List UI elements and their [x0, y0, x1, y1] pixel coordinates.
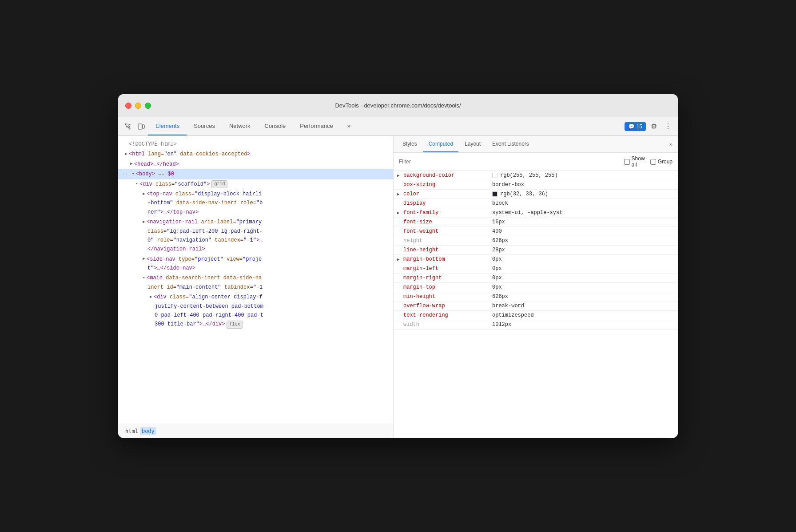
computed-prop-name: box-sizing	[403, 182, 492, 188]
group-checkbox[interactable]	[650, 159, 656, 165]
computed-prop-value: 1012px	[492, 322, 674, 328]
computed-row[interactable]: box-sizingborder-box	[394, 180, 678, 190]
tab-more[interactable]: »	[340, 117, 358, 135]
more-options-icon[interactable]: ⋮	[662, 120, 674, 133]
computed-row[interactable]: min-height626px	[394, 292, 678, 302]
group-label: Group	[658, 159, 673, 165]
show-all-checkbox[interactable]	[624, 159, 630, 165]
computed-row[interactable]: margin-top0px	[394, 283, 678, 292]
computed-prop-name: font-family	[403, 210, 492, 216]
computed-row[interactable]: width1012px	[394, 320, 678, 330]
panel-tab-more[interactable]: »	[668, 141, 674, 147]
computed-prop-value: 16px	[492, 219, 674, 225]
line-html[interactable]: <html lang="en" data-cookies-accepted>	[118, 149, 393, 159]
breadcrumb-body[interactable]: body	[140, 427, 156, 435]
tab-performance[interactable]: Performance	[293, 117, 340, 135]
toolbar-right: 💬 15 ⚙ ⋮	[625, 120, 674, 133]
inspect-icon[interactable]	[122, 120, 134, 133]
triangle-topnav[interactable]	[141, 191, 147, 198]
line-main[interactable]: <main data-search-inert data-side-na ine…	[118, 273, 393, 292]
line-sidenav[interactable]: <side-nav type="project" view="proje t">…	[118, 254, 393, 274]
triangle-div[interactable]	[148, 294, 154, 301]
line-navrail[interactable]: <navigation-rail aria-label="primary cla…	[118, 217, 393, 254]
badge-grid[interactable]: grid	[211, 180, 227, 188]
badge-flex[interactable]: flex	[227, 321, 243, 329]
computed-prop-name: overflow-wrap	[403, 303, 492, 309]
tab-sources[interactable]: Sources	[187, 117, 222, 135]
computed-prop-name: margin-bottom	[403, 256, 492, 262]
tab-styles[interactable]: Styles	[397, 136, 422, 152]
triangle-html[interactable]	[123, 151, 129, 158]
line-head[interactable]: <head>…</head>	[118, 159, 393, 169]
computed-row[interactable]: margin-left0px	[394, 264, 678, 274]
computed-prop-value: optimizespeed	[492, 312, 674, 318]
triangle-scaffold[interactable]	[134, 181, 139, 187]
line-doctype[interactable]: <!DOCTYPE html>	[118, 139, 393, 149]
tab-event-listeners[interactable]: Event Listeners	[487, 136, 534, 152]
tab-network[interactable]: Network	[222, 117, 258, 135]
filter-label: Filter	[399, 159, 411, 165]
computed-row[interactable]: margin-right0px	[394, 274, 678, 283]
color-swatch[interactable]	[492, 191, 498, 197]
computed-row[interactable]: text-renderingoptimizespeed	[394, 311, 678, 320]
settings-icon[interactable]: ⚙	[648, 120, 660, 133]
color-swatch[interactable]	[492, 173, 498, 178]
triangle-main[interactable]	[141, 275, 147, 282]
tab-nav: Elements Sources Network Console Perform…	[148, 117, 624, 135]
computed-triangle[interactable]: ▶	[397, 192, 403, 197]
breadcrumb-html[interactable]: html	[123, 427, 140, 435]
line-scaffold[interactable]: <div class="scaffold"> grid	[118, 179, 393, 189]
devtools-content: <!DOCTYPE html> <html lang="en" data-coo…	[118, 136, 678, 438]
close-button[interactable]	[125, 103, 131, 109]
computed-filter: Filter Show all Group	[394, 153, 678, 171]
computed-prop-value: break-word	[492, 303, 674, 309]
tab-console[interactable]: Console	[258, 117, 293, 135]
device-toggle-icon[interactable]	[135, 120, 147, 133]
computed-row[interactable]: ▶background-colorrgb(255, 255, 255)	[394, 171, 678, 180]
line-topnav[interactable]: <top-nav class="display-block hairli -bo…	[118, 189, 393, 217]
svg-rect-1	[143, 125, 144, 128]
computed-row[interactable]: line-height28px	[394, 246, 678, 255]
breadcrumb-bar: html body	[118, 424, 393, 438]
svg-rect-0	[138, 124, 142, 129]
title-bar: DevTools - developer.chrome.com/docs/dev…	[118, 94, 678, 117]
computed-row[interactable]: displayblock	[394, 199, 678, 208]
line-body[interactable]: ··· <body> == $0	[118, 169, 393, 179]
computed-triangle[interactable]: ▶	[397, 173, 403, 178]
tab-elements[interactable]: Elements	[148, 117, 187, 135]
computed-prop-value: border-box	[492, 182, 674, 188]
maximize-button[interactable]	[145, 103, 151, 109]
triangle-body[interactable]	[131, 171, 136, 178]
computed-triangle[interactable]: ▶	[397, 210, 403, 215]
tab-layout[interactable]: Layout	[459, 136, 486, 152]
computed-prop-value: 28px	[492, 247, 674, 253]
computed-row[interactable]: ▶colorrgb(32, 33, 36)	[394, 190, 678, 199]
filter-input[interactable]	[416, 159, 619, 165]
line-div[interactable]: <div class="align-center display-f justi…	[118, 292, 393, 330]
minimize-button[interactable]	[135, 103, 141, 109]
chat-button[interactable]: 💬 15	[625, 122, 646, 131]
computed-prop-value: system-ui, -apple-syst	[492, 210, 674, 216]
computed-row[interactable]: ▶font-familysystem-ui, -apple-syst	[394, 208, 678, 218]
triangle-sidenav[interactable]	[141, 256, 147, 262]
computed-row[interactable]: font-size16px	[394, 218, 678, 227]
computed-prop-name: margin-top	[403, 284, 492, 290]
computed-row[interactable]: height626px	[394, 236, 678, 246]
computed-prop-name: width	[403, 322, 492, 328]
triangle-doctype	[123, 141, 129, 148]
devtools-toolbar: Elements Sources Network Console Perform…	[118, 117, 678, 136]
triangle-head[interactable]	[129, 161, 134, 167]
computed-prop-value: 0px	[492, 266, 674, 272]
computed-prop-name: font-weight	[403, 228, 492, 234]
triangle-navrail[interactable]	[141, 219, 147, 226]
show-all-wrap: Show all	[624, 155, 645, 168]
computed-panel: Styles Computed Layout Event Listeners »…	[394, 136, 678, 438]
chat-icon: 💬	[628, 123, 635, 130]
computed-triangle[interactable]: ▶	[397, 257, 403, 262]
computed-prop-value: 626px	[492, 294, 674, 300]
tab-computed[interactable]: Computed	[423, 136, 458, 152]
window-title: DevTools - developer.chrome.com/docs/dev…	[335, 102, 461, 109]
computed-row[interactable]: overflow-wrapbreak-word	[394, 302, 678, 311]
computed-row[interactable]: font-weight400	[394, 227, 678, 236]
computed-row[interactable]: ▶margin-bottom0px	[394, 255, 678, 264]
